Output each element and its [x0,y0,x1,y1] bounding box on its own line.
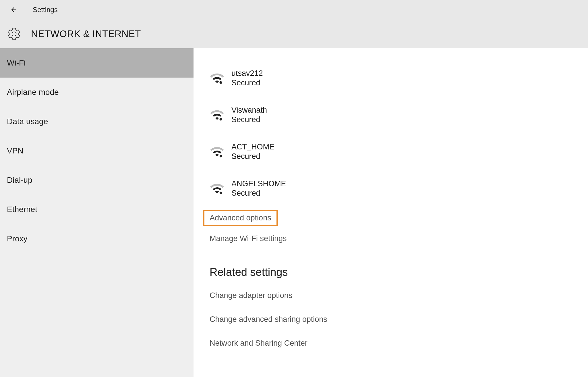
sidebar-item-airplane-mode[interactable]: Airplane mode [0,78,194,107]
highlight-annotation: Advanced options [203,210,278,226]
network-item[interactable]: ANGELSHOME Secured [210,170,588,207]
wifi-icon [210,144,225,159]
network-text: utsav212 Secured [231,69,263,87]
sidebar-item-label: Data usage [7,117,48,126]
network-text: Viswanath Secured [231,106,267,124]
sidebar-item-proxy[interactable]: Proxy [0,224,194,253]
app-title: Settings [33,6,58,14]
svg-point-0 [220,81,222,84]
svg-point-3 [220,192,222,194]
network-item[interactable]: utsav212 Secured [210,60,588,97]
change-sharing-link[interactable]: Change advanced sharing options [210,315,588,324]
sidebar-item-dial-up[interactable]: Dial-up [0,166,194,195]
network-name: ACT_HOME [231,143,274,151]
svg-point-1 [220,118,222,121]
network-name: Viswanath [231,106,267,115]
sidebar-item-data-usage[interactable]: Data usage [0,107,194,136]
sidebar-item-label: Ethernet [7,205,37,214]
main-panel: utsav212 Secured Viswanath Secured [194,48,588,377]
wifi-icon [210,181,225,196]
sidebar-item-label: Proxy [7,234,28,243]
network-name: utsav212 [231,69,263,78]
network-sharing-center-link[interactable]: Network and Sharing Center [210,339,588,348]
sidebar-item-wifi[interactable]: Wi-Fi [0,48,194,78]
gear-icon [6,26,22,42]
page-title: NETWORK & INTERNET [31,28,141,39]
sidebar-item-label: VPN [7,146,24,155]
sidebar-item-vpn[interactable]: VPN [0,136,194,166]
network-item[interactable]: ACT_HOME Secured [210,133,588,170]
wifi-links: Advanced options Manage Wi-Fi settings [210,210,588,243]
network-list: utsav212 Secured Viswanath Secured [210,60,588,207]
network-item[interactable]: Viswanath Secured [210,97,588,133]
sidebar: Wi-Fi Airplane mode Data usage VPN Dial-… [0,48,194,377]
arrow-left-icon [10,6,18,14]
content-area: Wi-Fi Airplane mode Data usage VPN Dial-… [0,48,588,377]
related-settings-heading: Related settings [210,266,588,278]
change-adapter-link[interactable]: Change adapter options [210,291,588,300]
network-text: ANGELSHOME Secured [231,179,286,198]
wifi-icon [210,71,225,86]
network-text: ACT_HOME Secured [231,143,274,161]
svg-point-2 [220,155,222,157]
sidebar-item-label: Airplane mode [7,88,59,97]
network-status: Secured [231,189,286,198]
sidebar-item-label: Dial-up [7,176,32,185]
wifi-icon [210,107,225,122]
network-status: Secured [231,78,263,87]
network-name: ANGELSHOME [231,179,286,188]
page-header: NETWORK & INTERNET [0,20,588,48]
manage-wifi-link[interactable]: Manage Wi-Fi settings [210,234,588,243]
network-status: Secured [231,152,274,161]
back-button[interactable] [9,5,19,15]
sidebar-item-label: Wi-Fi [7,58,26,68]
sidebar-item-ethernet[interactable]: Ethernet [0,195,194,224]
network-status: Secured [231,115,267,124]
header-bar: Settings [0,0,588,20]
advanced-options-link[interactable]: Advanced options [210,213,271,222]
